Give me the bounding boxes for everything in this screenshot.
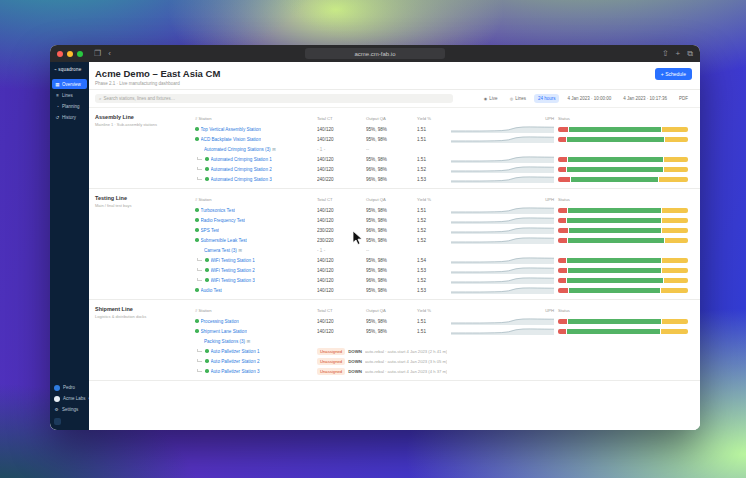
table-row[interactable]: Auto Palletizer Station 3UnassignedDOWNa… bbox=[195, 366, 692, 376]
uph-sparkline bbox=[451, 226, 554, 234]
sidebar-item-label: Planning bbox=[62, 104, 80, 109]
browser-sidebar-icon[interactable]: ❐ bbox=[94, 50, 101, 58]
status-bar bbox=[558, 238, 688, 243]
table-row[interactable]: WiFi Testing Station 2140/12095%, 98%1.5… bbox=[195, 265, 692, 275]
end-datetime[interactable]: 4 Jan 2023 · 10:17:36 bbox=[619, 94, 671, 103]
table-row[interactable]: Auto Palletizer Station 2UnassignedDOWNa… bbox=[195, 356, 692, 366]
sidebar-item-history[interactable]: ↺History bbox=[52, 112, 87, 122]
station-link[interactable]: WiFi Testing Station 3 bbox=[211, 278, 255, 283]
lines-filter[interactable]: ◎Lines bbox=[506, 94, 530, 103]
table-row[interactable]: Top Vertical Assembly Station140/12095%,… bbox=[195, 124, 692, 134]
station-link[interactable]: Shipment Lane Station bbox=[201, 329, 247, 334]
station-link[interactable]: Auto Palletizer Station 1 bbox=[211, 349, 260, 354]
station-link[interactable]: Turbosonics Test bbox=[201, 208, 235, 213]
station-link[interactable]: Processing Station bbox=[201, 319, 239, 324]
uph-sparkline bbox=[451, 327, 554, 335]
station-link[interactable]: Auto Palletizer Station 3 bbox=[211, 369, 260, 374]
group-toggle[interactable]: Packing Stations (3) ⊞ bbox=[204, 339, 313, 344]
mouse-cursor bbox=[352, 230, 364, 246]
tree-connector bbox=[197, 278, 202, 282]
tabs-icon[interactable]: ⧉ bbox=[687, 49, 693, 59]
station-link[interactable]: Audio Test bbox=[201, 288, 222, 293]
table-row[interactable]: Packing Stations (3) ⊞ bbox=[195, 336, 692, 346]
table-row[interactable]: Camera Test (3) ⊞- 1 --- bbox=[195, 245, 692, 255]
zoom-window-button[interactable] bbox=[77, 51, 83, 57]
station-status-dot bbox=[195, 329, 199, 333]
column-header: # Station bbox=[195, 308, 313, 313]
range-selector[interactable]: 24 hours bbox=[534, 94, 560, 103]
station-status-dot bbox=[205, 268, 209, 272]
search-input[interactable]: ⌕ Search stations, lines and fixtures… bbox=[95, 94, 453, 103]
yield-cell: 1.51 bbox=[417, 157, 447, 162]
station-link[interactable]: ACD Backplate Vision Station bbox=[201, 137, 261, 142]
table-row[interactable]: Automated Crimping Station 2140/12096%, … bbox=[195, 164, 692, 174]
share-icon[interactable]: ⇧ bbox=[662, 49, 669, 58]
station-status-dot bbox=[205, 177, 209, 181]
pdf-export-button[interactable]: PDF bbox=[675, 94, 692, 103]
schedule-button[interactable]: + Schedule bbox=[655, 68, 692, 80]
station-cell: WiFi Testing Station 1 bbox=[195, 258, 313, 263]
sidebar-item-planning[interactable]: ◔Planning bbox=[52, 101, 87, 111]
close-window-button[interactable] bbox=[57, 51, 63, 57]
station-link[interactable]: Automated Crimping Station 2 bbox=[211, 167, 272, 172]
status-red-segment bbox=[558, 268, 567, 273]
station-link[interactable]: Top Vertical Assembly Station bbox=[201, 127, 261, 132]
status-yellow-segment bbox=[664, 167, 688, 172]
yield-cell: 1.51 bbox=[417, 127, 447, 132]
back-icon[interactable]: ‹ bbox=[108, 50, 111, 58]
status-yellow-segment bbox=[662, 258, 688, 263]
org-avatar bbox=[54, 396, 60, 402]
new-tab-icon[interactable]: + bbox=[676, 49, 681, 58]
uph-sparkline bbox=[451, 175, 554, 183]
table-row[interactable]: Audio Test140/12095%, 98%1.53 bbox=[195, 285, 692, 295]
uph-sparkline bbox=[451, 125, 554, 133]
address-bar[interactable]: acme.cm-fab.io bbox=[305, 48, 445, 59]
station-link[interactable]: WiFi Testing Station 2 bbox=[211, 268, 255, 273]
status-red-segment bbox=[558, 319, 567, 324]
table-row[interactable]: WiFi Testing Station 3140/12096%, 98%1.5… bbox=[195, 275, 692, 285]
table-row[interactable]: Turbosonics Test140/12095%, 98%1.51 bbox=[195, 205, 692, 215]
group-toggle[interactable]: Automated Crimping Stations (3) ⊞ bbox=[204, 147, 313, 152]
station-link[interactable]: Automated Crimping Station 1 bbox=[211, 157, 272, 162]
station-status-dot bbox=[195, 127, 199, 131]
sidebar-item-settings[interactable]: ⚙ Settings bbox=[50, 404, 89, 414]
user-menu[interactable]: Pedro bbox=[50, 382, 89, 393]
group-toggle[interactable]: Camera Test (3) ⊞ bbox=[204, 248, 313, 253]
start-datetime[interactable]: 4 Jan 2023 · 10:00:00 bbox=[563, 94, 615, 103]
table-row[interactable]: WiFi Testing Station 1140/12095%, 98%1.5… bbox=[195, 255, 692, 265]
station-status-dot bbox=[205, 359, 209, 363]
station-link[interactable]: SPS Test bbox=[201, 228, 220, 233]
station-status-dot bbox=[205, 157, 209, 161]
station-link[interactable]: Submersible Leak Test bbox=[201, 238, 247, 243]
uph-sparkline bbox=[451, 256, 554, 264]
collapse-sidebar-button[interactable] bbox=[54, 418, 61, 425]
table-row[interactable]: SPS Test230/22096%, 98%1.52 bbox=[195, 225, 692, 235]
station-link[interactable]: WiFi Testing Station 1 bbox=[211, 258, 255, 263]
unassigned-badge: Unassigned bbox=[317, 348, 345, 355]
section-info: Assembly LineMainline 1 · Sub-assembly s… bbox=[95, 112, 195, 184]
table-row[interactable]: Shipment Lane Station140/12095%, 98%1.51 bbox=[195, 326, 692, 336]
live-toggle[interactable]: ◉Live bbox=[480, 94, 502, 103]
minimize-window-button[interactable] bbox=[67, 51, 73, 57]
sidebar-item-overview[interactable]: ▦Overview bbox=[52, 79, 87, 89]
unassigned-badge: Unassigned bbox=[317, 358, 345, 365]
table-row[interactable]: Auto Palletizer Station 1UnassignedDOWNa… bbox=[195, 346, 692, 356]
down-detail: auto-rebal · auto-start 4 Jan 2023 (3 h … bbox=[365, 359, 447, 364]
table-row[interactable]: Automated Crimping Stations (3) ⊞- 1 --- bbox=[195, 144, 692, 154]
table-row[interactable]: Processing Station140/12095%, 98%1.51 bbox=[195, 316, 692, 326]
status-cell bbox=[558, 238, 692, 243]
table-row[interactable]: Radio Frequency Test140/12095%, 98%1.52 bbox=[195, 215, 692, 225]
table-row[interactable]: Submersible Leak Test230/22095%, 98%1.52 bbox=[195, 235, 692, 245]
org-selector[interactable]: Acme Labs ▾ bbox=[50, 393, 89, 404]
table-row[interactable]: Automated Crimping Station 1140/12095%, … bbox=[195, 154, 692, 164]
station-link[interactable]: Radio Frequency Test bbox=[201, 218, 246, 223]
column-header: # Station bbox=[195, 197, 313, 202]
station-link[interactable]: Automated Crimping Station 3 bbox=[211, 177, 272, 182]
table-row[interactable]: ACD Backplate Vision Station140/12095%, … bbox=[195, 134, 692, 144]
search-icon: ⌕ bbox=[99, 96, 102, 101]
station-link[interactable]: Auto Palletizer Station 2 bbox=[211, 359, 260, 364]
table-row[interactable]: Automated Crimping Station 3240/22096%, … bbox=[195, 174, 692, 184]
sidebar-item-lines[interactable]: ≡Lines bbox=[52, 90, 87, 100]
uph-cell bbox=[451, 266, 554, 275]
status-bar bbox=[558, 278, 688, 283]
